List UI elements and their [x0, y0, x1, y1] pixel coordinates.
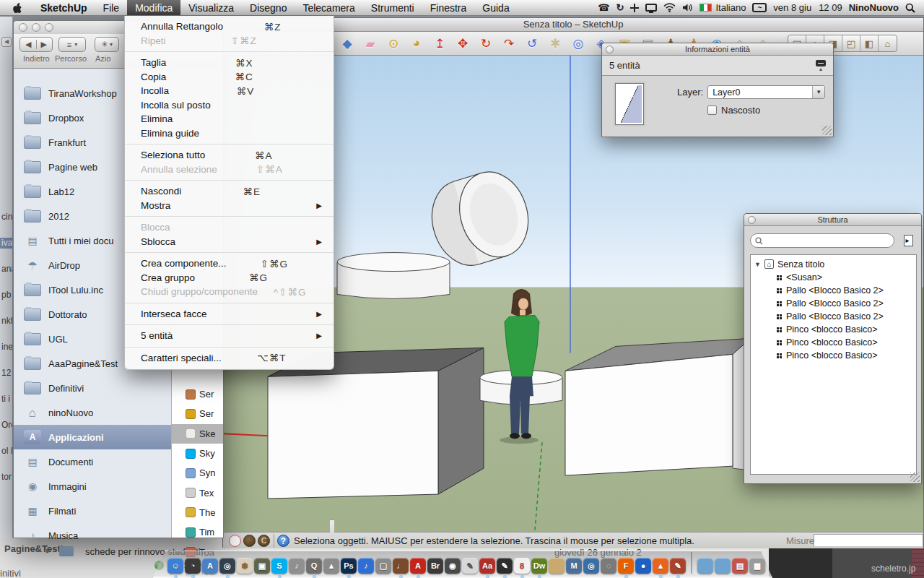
dock-stack[interactable]: ▤	[732, 558, 748, 574]
widget-icon[interactable]: ~	[752, 3, 767, 12]
menu-item[interactable]: Caratteri speciali... ⌥⌘T	[125, 351, 334, 366]
menu-bar-item[interactable]: SketchUp	[32, 0, 95, 15]
sidebar-item[interactable]: ♪ Musica	[14, 523, 171, 548]
view-back-button[interactable]: ⌂	[879, 35, 897, 51]
zoom-button[interactable]	[45, 23, 53, 32]
menu-item[interactable]: Interseca facce ▶	[125, 307, 334, 322]
dock-acrobat[interactable]: A	[410, 558, 426, 574]
menu-item[interactable]: Nascondi ⌘E	[125, 184, 334, 199]
tree-item[interactable]: Pallo <Blocco Basico 2>	[751, 284, 916, 297]
file-list-row[interactable]: Tex	[172, 483, 223, 502]
dock-folder-downloads[interactable]	[697, 558, 713, 574]
eraser-icon[interactable]: ▰	[362, 35, 379, 52]
measurements-input[interactable]	[814, 534, 923, 547]
menu-bar-item[interactable]: Visualizza	[180, 0, 242, 15]
hidden-checkbox[interactable]	[707, 105, 717, 115]
menu-item[interactable]: Sblocca ▶	[125, 235, 334, 249]
tape-measure-icon[interactable]: ⊙	[385, 35, 402, 52]
file-list-row[interactable]: Sky	[172, 444, 223, 463]
zoom-icon[interactable]: ◎	[570, 35, 587, 52]
tree-item[interactable]: Pinco <blocco Basico>	[751, 323, 916, 336]
disclosure-triangle-icon[interactable]: ▼	[754, 261, 761, 268]
dock-sphere[interactable]: ●	[635, 558, 651, 574]
menu-item[interactable]: Incolla sul posto	[125, 98, 334, 113]
tree-item[interactable]: Pinco <blocco Basico>	[751, 336, 916, 349]
dock-pen[interactable]: ✎	[497, 558, 513, 574]
menu-item[interactable]: Annulla selezione ⇧⌘A	[125, 163, 334, 177]
menu-item[interactable]: 5 entità ▶	[125, 329, 334, 343]
dock-vlc[interactable]: ▲	[653, 558, 668, 574]
user-menu[interactable]: NinoNuovo	[849, 2, 899, 13]
menu-item[interactable]	[125, 51, 334, 52]
dock-quicktime[interactable]: Q	[306, 558, 322, 574]
menu-item[interactable]	[125, 180, 334, 181]
dock-launchpad[interactable]: ▲	[323, 558, 339, 574]
menu-item[interactable]: Incolla ⌘V	[125, 84, 334, 98]
display-icon[interactable]	[645, 4, 657, 12]
panel-collapse-icon[interactable]: ▲	[816, 60, 826, 72]
menu-bar-item[interactable]: Telecamera	[295, 0, 362, 15]
dock-mail[interactable]: M	[566, 558, 582, 574]
menu-item[interactable]	[125, 324, 334, 325]
dock-iphoto[interactable]: ✽	[237, 558, 253, 574]
dock-photoshop[interactable]: Ps	[341, 558, 357, 574]
menu-item[interactable]	[125, 144, 334, 144]
push-pull-icon[interactable]: ↥	[431, 35, 448, 52]
menu-item[interactable]: Crea componente... ⇧⌘G	[125, 256, 334, 271]
wifi-icon[interactable]	[663, 3, 676, 12]
input-language-menu[interactable]: Italiano	[699, 2, 746, 13]
sidebar-item[interactable]: A Applicazioni	[14, 425, 171, 449]
menu-item[interactable]	[125, 303, 334, 303]
back-forward-buttons[interactable]: ◀▶	[19, 37, 53, 52]
sidebar-item[interactable]: ▦ Filmati	[14, 499, 171, 523]
outliner-title-bar[interactable]: Struttura	[744, 214, 921, 226]
menu-item[interactable]	[125, 252, 334, 253]
sync-icon[interactable]: ↻	[616, 3, 624, 12]
file-list-row[interactable]: Ser	[172, 404, 223, 423]
dock-folder-documents[interactable]	[715, 558, 731, 574]
claim-badge-icon[interactable]: C	[258, 535, 270, 547]
menu-item[interactable]: Crea gruppo ⌘G	[125, 271, 334, 285]
sidebar-item[interactable]: ▤ Documenti	[14, 449, 171, 474]
file-list-row[interactable]: Tim	[172, 522, 223, 542]
menu-item[interactable]	[125, 347, 334, 348]
menu-bar-item[interactable]: Disegno	[242, 0, 295, 15]
menu-item[interactable]: Taglia ⌘X	[125, 56, 334, 70]
view-top-button[interactable]: ◰	[842, 35, 860, 51]
dock-separator[interactable]	[691, 552, 692, 574]
dock-itunes[interactable]: ♪	[289, 558, 305, 574]
move-icon[interactable]: ✥	[454, 35, 471, 52]
dock-music[interactable]: ♪	[358, 558, 374, 574]
dock-garageband[interactable]: ♩	[393, 558, 409, 574]
action-gear-button[interactable]: ✳▾	[95, 37, 119, 52]
close-icon[interactable]	[748, 216, 756, 224]
resize-grip[interactable]	[822, 126, 832, 135]
view-left-button[interactable]: ◧	[860, 35, 879, 51]
dock-bridge[interactable]: Br	[427, 558, 443, 574]
dock-trash[interactable]: ▦	[749, 558, 765, 574]
dock-dictionary[interactable]: Aa	[479, 558, 495, 574]
menu-item[interactable]: Annulla Rettangolo ⌘Z	[125, 20, 334, 34]
sidebar-item[interactable]: Definitivi	[14, 376, 171, 400]
outliner-search-input[interactable]	[766, 235, 894, 246]
tree-root-item[interactable]: ▼ ⌂ Senza titolo	[751, 257, 916, 271]
forward-icon[interactable]: ▶	[41, 40, 47, 49]
rectangle-tool-icon[interactable]: ◆	[339, 35, 356, 52]
file-list-row[interactable]: Ser	[172, 384, 223, 404]
menu-item[interactable]: Blocca	[125, 220, 334, 235]
dock-firefox[interactable]: F	[618, 558, 634, 574]
apple-menu[interactable]	[0, 0, 32, 15]
menu-bar-item[interactable]: Guida	[474, 0, 517, 15]
pan-icon[interactable]: ✱	[546, 35, 564, 52]
dock-folder-tan[interactable]	[549, 558, 565, 574]
volume-icon[interactable]	[682, 3, 693, 12]
clock-menu[interactable]: ven 8 giu 12 09	[773, 2, 842, 13]
menu-item[interactable]: Seleziona tutto ⌘A	[125, 148, 334, 163]
entity-info-title-bar[interactable]: Informazioni entità	[602, 43, 833, 56]
geolocation-badge-icon[interactable]	[229, 535, 241, 547]
menu-bar-item[interactable]: Finestra	[422, 0, 475, 15]
orbit-icon[interactable]: ↺	[523, 35, 541, 52]
dock-skype[interactable]: S	[271, 558, 287, 574]
sidebar-item[interactable]: ◉ Immagini	[14, 474, 171, 499]
tree-item[interactable]: Pallo <Blocco Basico 2>	[751, 297, 916, 310]
